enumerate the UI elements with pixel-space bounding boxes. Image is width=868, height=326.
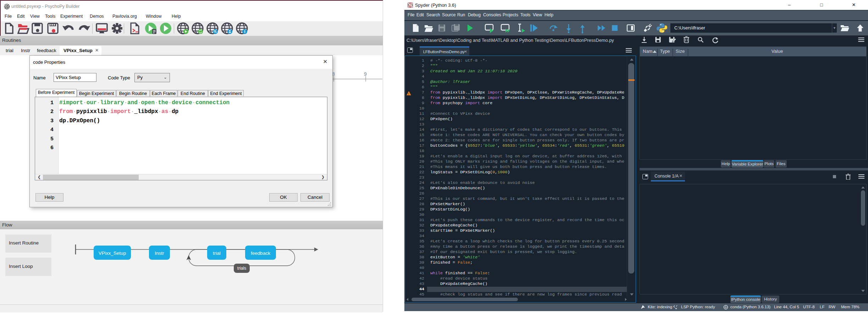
svg-text:Instr: Instr bbox=[155, 251, 164, 256]
svg-text:feedback: feedback bbox=[251, 251, 270, 256]
svg-text:!: ! bbox=[408, 92, 409, 95]
svg-text:VPixx_Setup: VPixx_Setup bbox=[99, 251, 126, 256]
svg-text:9: 9 bbox=[364, 71, 367, 77]
svg-text:trials: trials bbox=[237, 266, 246, 271]
svg-text:trial: trial bbox=[213, 251, 221, 256]
